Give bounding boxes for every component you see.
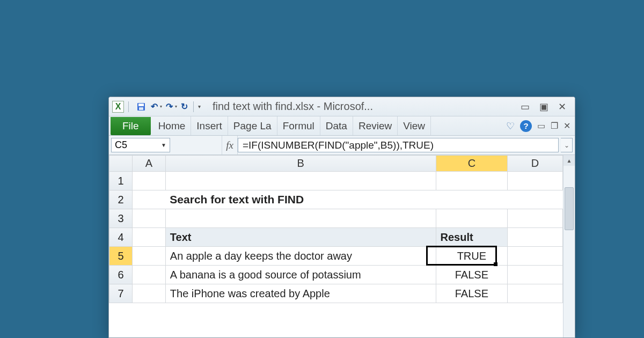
- row-header[interactable]: 1: [109, 172, 133, 190]
- row-header[interactable]: 7: [109, 284, 133, 303]
- table-row: 1: [109, 172, 563, 190]
- scroll-thumb[interactable]: [565, 187, 574, 230]
- window-controls: ▭ ▣ ✕: [521, 102, 572, 112]
- cell-B5[interactable]: An apple a day keeps the doctor away: [165, 247, 436, 266]
- cell-A1[interactable]: [133, 172, 166, 190]
- cell-C2[interactable]: [436, 190, 508, 209]
- cell-A3[interactable]: [133, 209, 166, 228]
- cell-D5[interactable]: [508, 247, 563, 266]
- col-header-A[interactable]: A: [133, 156, 166, 172]
- cell-C5[interactable]: TRUE: [436, 247, 508, 266]
- cell-D3[interactable]: [508, 209, 563, 228]
- cell-C4[interactable]: Result: [436, 228, 508, 247]
- excel-window: X ↶ ▾ ↷ ▾ ↻ ▾ find text with find.xlsx -…: [108, 97, 575, 338]
- undo-dropdown-icon[interactable]: ▾: [160, 104, 162, 109]
- tab-data[interactable]: Data: [320, 116, 353, 135]
- col-header-B[interactable]: B: [165, 156, 436, 172]
- mdi-minimize-icon[interactable]: ▭: [537, 121, 545, 131]
- mdi-restore-icon[interactable]: ❐: [551, 121, 558, 131]
- grid[interactable]: A B C D 12Search for text with FIND34Tex…: [109, 155, 563, 337]
- col-header-D[interactable]: D: [508, 156, 563, 172]
- name-box-value: C5: [115, 139, 127, 151]
- row-header[interactable]: 6: [109, 266, 133, 284]
- cell-C6[interactable]: FALSE: [436, 266, 508, 284]
- fx-icon[interactable]: fx: [222, 136, 238, 155]
- quick-access-toolbar: ↶ ▾ ↷ ▾ ↻ ▾: [135, 101, 201, 113]
- mdi-close-icon[interactable]: ✕: [564, 121, 570, 131]
- col-header-C[interactable]: C: [436, 156, 508, 172]
- row-header[interactable]: 2: [109, 190, 133, 209]
- help-icon[interactable]: ?: [520, 120, 532, 132]
- formula-bar: C5 ▼ fx =IF(ISNUMBER(FIND("apple",B5)),T…: [109, 136, 575, 155]
- tab-view[interactable]: View: [398, 116, 431, 135]
- tab-insert[interactable]: Insert: [191, 116, 228, 135]
- cell-D7[interactable]: [508, 284, 563, 303]
- ribbon-tabs: File Home Insert Page La Formul Data Rev…: [109, 116, 575, 136]
- svg-rect-2: [139, 107, 143, 110]
- select-all-corner[interactable]: [109, 156, 133, 172]
- cell-D4[interactable]: [508, 228, 563, 247]
- tab-review[interactable]: Review: [353, 116, 398, 135]
- cells-table: A B C D 12Search for text with FIND34Tex…: [109, 155, 563, 303]
- refresh-icon[interactable]: ↻: [178, 101, 190, 113]
- cell-A2[interactable]: [133, 190, 166, 209]
- cell-B3[interactable]: [165, 209, 436, 228]
- cell-B2[interactable]: Search for text with FIND: [165, 190, 436, 209]
- scroll-track[interactable]: [564, 166, 575, 337]
- cell-B1[interactable]: [165, 172, 436, 190]
- table-row: 6A banana is a good source of potassiumF…: [109, 266, 563, 284]
- vertical-scrollbar[interactable]: ▲: [563, 155, 575, 337]
- cell-A5[interactable]: [133, 247, 166, 266]
- row-header[interactable]: 5: [109, 247, 133, 266]
- maximize-icon[interactable]: ▣: [539, 102, 548, 112]
- cell-D1[interactable]: [508, 172, 563, 190]
- cell-A7[interactable]: [133, 284, 166, 303]
- titlebar: X ↶ ▾ ↷ ▾ ↻ ▾ find text with find.xlsx -…: [109, 97, 575, 116]
- cell-A4[interactable]: [133, 228, 166, 247]
- cell-C7[interactable]: FALSE: [436, 284, 508, 303]
- minimize-icon[interactable]: ▭: [521, 102, 530, 112]
- table-row: 7The iPhone was created by AppleFALSE: [109, 284, 563, 303]
- cell-D2[interactable]: [508, 190, 563, 209]
- redo-icon[interactable]: ↷: [163, 101, 175, 113]
- formula-text: =IF(ISNUMBER(FIND("apple",B5)),TRUE): [243, 139, 434, 151]
- cell-C3[interactable]: [436, 209, 508, 228]
- save-icon[interactable]: [135, 101, 147, 113]
- name-box[interactable]: C5 ▼: [111, 138, 170, 152]
- formula-input[interactable]: =IF(ISNUMBER(FIND("apple",B5)),TRUE): [238, 138, 559, 152]
- worksheet-area: A B C D 12Search for text with FIND34Tex…: [109, 155, 575, 337]
- qat-customize-icon[interactable]: ▾: [198, 104, 201, 109]
- undo-icon[interactable]: ↶: [148, 101, 160, 113]
- table-row: 4TextResult: [109, 228, 563, 247]
- close-icon[interactable]: ✕: [558, 102, 566, 112]
- cell-B7[interactable]: The iPhone was created by Apple: [165, 284, 436, 303]
- table-row: 2Search for text with FIND: [109, 190, 563, 209]
- table-row: 5An apple a day keeps the doctor awayTRU…: [109, 247, 563, 266]
- table-row: 3: [109, 209, 563, 228]
- tab-page-layout[interactable]: Page La: [228, 116, 277, 135]
- row-header[interactable]: 4: [109, 228, 133, 247]
- name-box-dropdown-icon[interactable]: ▼: [161, 142, 166, 148]
- excel-app-icon: X: [112, 101, 124, 113]
- scroll-up-icon[interactable]: ▲: [564, 155, 575, 166]
- cell-B4[interactable]: Text: [165, 228, 436, 247]
- window-title: find text with find.xlsx - Microsof...: [203, 100, 518, 113]
- tab-formulas[interactable]: Formul: [277, 116, 320, 135]
- cell-B6[interactable]: A banana is a good source of potassium: [165, 266, 436, 284]
- cell-C1[interactable]: [436, 172, 508, 190]
- column-headers: A B C D: [109, 156, 563, 172]
- favorite-icon[interactable]: ♡: [506, 120, 515, 132]
- cell-D6[interactable]: [508, 266, 563, 284]
- tab-home[interactable]: Home: [153, 116, 192, 135]
- file-tab[interactable]: File: [111, 117, 151, 135]
- svg-rect-1: [138, 104, 144, 106]
- row-header[interactable]: 3: [109, 209, 133, 228]
- cell-A6[interactable]: [133, 266, 166, 284]
- redo-dropdown-icon[interactable]: ▾: [175, 104, 177, 109]
- formula-expand-icon[interactable]: ⌄: [561, 138, 573, 152]
